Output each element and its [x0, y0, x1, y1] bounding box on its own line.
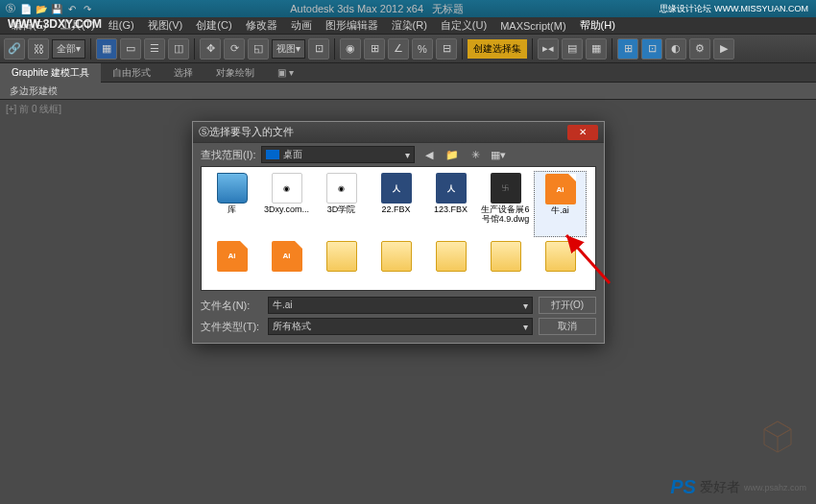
filename-label: 文件名(N):	[201, 299, 262, 313]
folder-icon	[545, 241, 576, 272]
link-icon[interactable]: 🔗	[4, 38, 25, 60]
percent-snap-icon[interactable]: %	[412, 38, 433, 60]
select-object-icon[interactable]: ▭	[120, 38, 141, 60]
menu-modifiers[interactable]: 修改器	[240, 18, 283, 33]
menu-maxscript[interactable]: MAXScript(M)	[494, 20, 571, 32]
file-item[interactable]: Ai	[260, 239, 313, 286]
file-label: 123.FBX	[434, 205, 468, 215]
file-item[interactable]	[479, 239, 532, 286]
close-button[interactable]: ✕	[567, 125, 598, 140]
file-item[interactable]: 卐生产设备展6号馆4.9.dwg	[479, 171, 532, 237]
filetype-label: 文件类型(T):	[201, 320, 262, 334]
named-selection-sets[interactable]: 创建选择集	[468, 39, 527, 59]
open-button[interactable]: 打开(O)	[539, 297, 596, 314]
view-menu-icon[interactable]: ▦▾	[490, 146, 507, 163]
move-icon[interactable]: ✥	[200, 38, 221, 60]
back-icon[interactable]: ◀	[420, 146, 438, 163]
filetype-combo[interactable]: 所有格式▾	[268, 318, 533, 335]
new-icon[interactable]: 📄	[19, 2, 33, 15]
render-icon[interactable]: ▶	[713, 38, 734, 60]
file-item[interactable]	[534, 239, 587, 286]
fbx-icon: 人	[436, 173, 467, 204]
viewport-label[interactable]: [+] 前 0 线框]	[0, 100, 816, 119]
select-name-icon[interactable]: ☰	[144, 38, 165, 60]
file-item[interactable]	[315, 239, 368, 286]
file-item[interactable]: Ai牛.ai	[534, 171, 587, 237]
ribbon-toggle-icon[interactable]: ▣ ▾	[266, 64, 305, 81]
file-list[interactable]: 库◉3Dxy.com...◉3D学院人22.FBX人123.FBX卐生产设备展6…	[201, 166, 596, 291]
app-icon: ◉	[272, 173, 302, 204]
menu-render[interactable]: 渲染(R)	[386, 18, 433, 33]
ribbon-panel-label: 多边形建模	[0, 83, 816, 100]
unlink-icon[interactable]: ⛓	[28, 38, 49, 60]
schematic-icon[interactable]: ⊡	[641, 38, 662, 60]
scale-icon[interactable]: ◱	[248, 38, 269, 60]
lookin-combo[interactable]: 桌面▾	[261, 146, 415, 163]
file-item[interactable]: 库	[205, 171, 258, 237]
tab-paint[interactable]: 对象绘制	[204, 63, 266, 83]
lookin-label: 查找范围(I):	[201, 148, 255, 162]
selection-filter[interactable]: 全部 ▾	[52, 39, 85, 59]
save-icon[interactable]: 💾	[50, 2, 63, 15]
layers-icon[interactable]: ▦	[586, 38, 607, 60]
file-item[interactable]: 人123.FBX	[424, 171, 477, 237]
ref-coord-system[interactable]: 视图 ▾	[272, 39, 305, 59]
cancel-button[interactable]: 取消	[539, 318, 596, 335]
menu-animation[interactable]: 动画	[285, 18, 318, 33]
menu-graph[interactable]: 图形编辑器	[320, 18, 384, 33]
app-icon[interactable]: Ⓢ	[4, 2, 17, 15]
app-icon: ◉	[326, 173, 357, 204]
menu-view[interactable]: 视图(V)	[142, 18, 189, 33]
ai-icon: Ai	[272, 241, 302, 272]
tab-freeform[interactable]: 自由形式	[101, 63, 162, 83]
file-item[interactable]: ◉3D学院	[315, 171, 368, 237]
curve-editor-icon[interactable]: ⊞	[617, 38, 638, 60]
file-item[interactable]: 人22.FBX	[370, 171, 422, 237]
file-item[interactable]: ◉3Dxy.com...	[260, 171, 313, 237]
dwg-icon: 卐	[491, 173, 521, 204]
redo-icon[interactable]: ↷	[81, 2, 94, 15]
ai-icon: Ai	[217, 241, 248, 272]
select-region-icon[interactable]: ◫	[168, 38, 189, 60]
mirror-icon[interactable]: ▸◂	[538, 38, 559, 60]
pivot-icon[interactable]: ⊡	[308, 38, 329, 60]
dialog-lookin-row: 查找范围(I): 桌面▾ ◀ 📁 ✳ ▦▾	[193, 143, 604, 166]
file-item[interactable]	[424, 239, 477, 286]
snap-icon[interactable]: ⊞	[364, 38, 385, 60]
menu-group[interactable]: 组(G)	[103, 18, 140, 33]
new-folder-icon[interactable]: ✳	[467, 146, 484, 163]
file-item[interactable]	[370, 239, 422, 286]
folder-icon	[381, 241, 412, 272]
material-icon[interactable]: ◐	[665, 38, 686, 60]
dialog-titlebar[interactable]: Ⓢ 选择要导入的文件 ✕	[193, 122, 604, 143]
rotate-icon[interactable]: ⟳	[224, 38, 245, 60]
filename-field[interactable]: 牛.ai▾	[268, 297, 533, 314]
menu-create[interactable]: 创建(C)	[190, 18, 237, 33]
up-icon[interactable]: 📁	[444, 146, 461, 163]
viewcube-icon[interactable]	[758, 418, 797, 456]
menu-custom[interactable]: 自定义(U)	[435, 18, 492, 33]
undo-icon[interactable]: ↶	[65, 2, 79, 15]
watermark-tr: 思缘设计论坛 WWW.MISSYUAN.COM	[660, 3, 808, 15]
file-label: 3Dxy.com...	[264, 205, 309, 215]
file-label: 生产设备展6号馆4.9.dwg	[481, 205, 530, 225]
select-icon[interactable]: ▦	[96, 38, 117, 60]
tab-selection[interactable]: 选择	[162, 63, 204, 83]
folder-icon	[491, 241, 521, 272]
file-item[interactable]: Ai	[205, 239, 258, 286]
app-title: Autodesk 3ds Max 2012 x64 无标题	[94, 2, 660, 16]
menu-bar: 编辑(E) 工具(T) 组(G) 视图(V) 创建(C) 修改器 动画 图形编辑…	[0, 17, 816, 35]
menu-help[interactable]: 帮助(H)	[574, 18, 621, 33]
dialog-title: 选择要导入的文件	[209, 125, 567, 139]
open-icon[interactable]: 📂	[35, 2, 48, 15]
folder-icon	[436, 241, 467, 272]
spinner-snap-icon[interactable]: ⊟	[436, 38, 457, 60]
manipulate-icon[interactable]: ◉	[340, 38, 361, 60]
watermark-tl: WWW.3DXY.COM	[8, 17, 102, 31]
angle-snap-icon[interactable]: ∠	[388, 38, 409, 60]
main-toolbar: 🔗 ⛓ 全部 ▾ ▦ ▭ ☰ ◫ ✥ ⟳ ◱ 视图 ▾ ⊡ ◉ ⊞ ∠ % ⊟ …	[0, 35, 816, 63]
app-titlebar: Ⓢ 📄 📂 💾 ↶ ↷ Autodesk 3ds Max 2012 x64 无标…	[0, 0, 816, 17]
render-setup-icon[interactable]: ⚙	[689, 38, 710, 60]
tab-graphite[interactable]: Graphite 建模工具	[0, 63, 101, 83]
align-icon[interactable]: ▤	[562, 38, 583, 60]
